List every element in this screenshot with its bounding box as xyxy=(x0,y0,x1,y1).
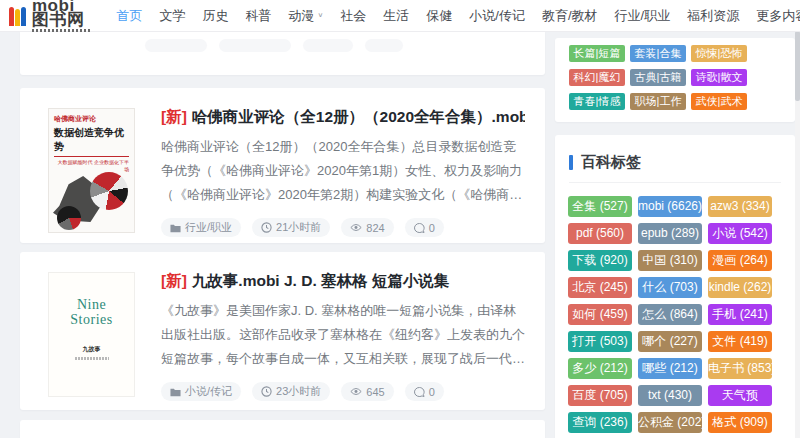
category-chip[interactable]: 行业/职业 xyxy=(161,218,241,237)
nav-item-2[interactable]: 历史 xyxy=(194,7,237,25)
post-thumbnail-2[interactable]: Nine Stories 九故事 xyxy=(48,272,135,397)
tag-pill[interactable]: 青春|情感 xyxy=(569,93,625,110)
folder-icon xyxy=(170,223,181,233)
previous-post-card-partial xyxy=(20,31,545,75)
nav-item-11[interactable]: 福利资源 xyxy=(679,7,748,25)
logo-icon xyxy=(9,6,27,26)
tag-pill[interactable]: 格式 (909) xyxy=(708,412,772,433)
cover-artwork xyxy=(49,160,134,232)
post-title-1[interactable]: [新]哈佛商业评论（全12册）（2020全年合集）.mobi xyxy=(161,108,525,126)
post-body: [新]九故事.mobi J. D. 塞林格 短篇小说集 《九故事》是美国作家J.… xyxy=(161,272,525,410)
tag-pill[interactable]: 哪些 (212) xyxy=(638,358,702,379)
post-meta-row: 小说/传记 23小时前 645 0 xyxy=(161,382,525,401)
tag-pill[interactable]: 哪个 (227) xyxy=(638,331,702,352)
tag-pill[interactable]: 公积金 (202) xyxy=(638,412,702,433)
section-accent-bar xyxy=(569,155,573,170)
tag-pill[interactable]: epub (289) xyxy=(638,223,702,244)
tag-pill[interactable]: 下载 (920) xyxy=(568,250,632,271)
tag-pill[interactable]: mobi (6626) xyxy=(638,196,702,217)
comment-icon xyxy=(414,223,425,233)
logo-barcode xyxy=(32,29,90,32)
tag-pill[interactable]: 武侠|武术 xyxy=(691,93,747,110)
nav-item-8[interactable]: 小说/传记 xyxy=(461,7,534,25)
cover-cn-title: 九故事 xyxy=(83,345,101,354)
clock-icon xyxy=(261,222,272,233)
post-thumbnail-1[interactable]: 哈佛商业评论 数据创造竞争优势 大数据赋能时代 企业数据化下半场 xyxy=(48,108,135,233)
post-meta-row: 行业/职业 21小时前 824 0 xyxy=(161,218,525,237)
tag-pill[interactable]: 小说 (542) xyxy=(708,223,772,244)
nav-item-9[interactable]: 教育/教材 xyxy=(533,7,606,25)
time-chip: 23小时前 xyxy=(252,382,330,401)
scrollbar-thumb[interactable] xyxy=(795,31,800,101)
tag-pill[interactable]: 电子书 (853) xyxy=(708,358,772,379)
post-excerpt-1: 哈佛商业评论（全12册）（2020全年合集）总目录数据创造竞争优势（《哈佛商业评… xyxy=(161,135,525,207)
tag-pill[interactable]: 什么 (703) xyxy=(638,277,702,298)
tag-pill[interactable]: 天气预 xyxy=(708,385,772,406)
tag-pill[interactable]: 多少 (212) xyxy=(568,358,632,379)
cover-headline: 数据创造竞争优势 xyxy=(54,126,129,157)
new-badge: [新] xyxy=(161,108,187,125)
post-card-2: Nine Stories 九故事 [新]九故事.mobi J. D. 塞林格 短… xyxy=(20,252,545,410)
faded-meta-chip xyxy=(219,39,291,52)
tag-pill[interactable]: 怎么 (864) xyxy=(638,304,702,325)
faded-meta-chip xyxy=(303,39,353,52)
tag-pill[interactable]: pdf (560) xyxy=(568,223,632,244)
section-divider xyxy=(569,182,781,183)
logo-text: mobi图书网 xyxy=(32,0,90,27)
comments-chip: 0 xyxy=(405,382,444,401)
tag-pill[interactable]: 手机 (241) xyxy=(708,304,772,325)
tag-pill[interactable]: 职场|工作 xyxy=(630,93,686,110)
clock-icon xyxy=(261,386,272,397)
tag-pill[interactable]: 长篇|短篇 xyxy=(569,45,625,62)
scrollbar-track xyxy=(795,0,800,438)
new-badge: [新] xyxy=(161,272,187,289)
faded-meta-chip xyxy=(145,39,207,52)
eye-icon xyxy=(350,223,362,232)
cover-title-line1: Nine xyxy=(77,297,106,312)
post-title-2[interactable]: [新]九故事.mobi J. D. 塞林格 短篇小说集 xyxy=(161,272,525,290)
tag-pill[interactable]: 诗歌|散文 xyxy=(691,69,747,86)
cover-author-line xyxy=(75,357,109,360)
tag-pill[interactable]: 科幻|魔幻 xyxy=(569,69,625,86)
nav-item-0[interactable]: 首页 xyxy=(108,7,151,25)
tag-pill[interactable]: 中国 (310) xyxy=(638,250,702,271)
chevron-down-icon: ∨ xyxy=(318,12,324,19)
tag-pill[interactable]: azw3 (334) xyxy=(708,196,772,217)
genre-tags-card: 长篇|短篇套装|合集惊悚|恐怖科幻|魔幻古典|古籍诗歌|散文青春|情感职场|工作… xyxy=(555,38,795,122)
nav-item-4[interactable]: 动漫∨ xyxy=(280,7,332,25)
tag-pill[interactable]: 打开 (503) xyxy=(568,331,632,352)
eye-icon xyxy=(350,387,362,396)
site-logo[interactable]: mobi图书网 xyxy=(9,0,90,32)
post-title-text: 九故事.mobi J. D. 塞林格 短篇小说集 xyxy=(192,272,449,289)
tag-pill[interactable]: 套装|合集 xyxy=(630,45,686,62)
tag-pill[interactable]: 北京 (245) xyxy=(568,277,632,298)
wiki-tags-card: 百科标签 全集 (527)mobi (6626)azw3 (334)pdf (5… xyxy=(555,135,795,438)
tag-pill[interactable]: 如何 (459) xyxy=(568,304,632,325)
category-chip[interactable]: 小说/传记 xyxy=(161,382,241,401)
tag-pill[interactable]: 百度 (705) xyxy=(568,385,632,406)
tag-pill[interactable]: txt (430) xyxy=(638,385,702,406)
nav-item-10[interactable]: 行业/职业 xyxy=(606,7,679,25)
nav-item-7[interactable]: 保健 xyxy=(418,7,461,25)
cover-brand: 哈佛商业评论 xyxy=(54,114,129,124)
nav-item-12[interactable]: 更多内容∨ xyxy=(748,7,800,25)
tag-pill[interactable]: 查询 (236) xyxy=(568,412,632,433)
folder-icon xyxy=(170,387,181,397)
section-title: 百科标签 xyxy=(581,153,641,172)
faded-meta-row xyxy=(145,39,545,52)
tag-pill[interactable]: 全集 (527) xyxy=(568,196,632,217)
nav-item-5[interactable]: 社会 xyxy=(332,7,375,25)
tag-pill[interactable]: 古典|古籍 xyxy=(630,69,686,86)
comment-icon xyxy=(414,387,425,397)
tag-pill[interactable]: 漫画 (264) xyxy=(708,250,772,271)
nav-item-1[interactable]: 文学 xyxy=(151,7,194,25)
time-chip: 21小时前 xyxy=(252,218,330,237)
wiki-tag-grid: 全集 (527)mobi (6626)azw3 (334)pdf (560)ep… xyxy=(568,196,795,433)
tag-pill[interactable]: 惊悚|恐怖 xyxy=(691,45,747,62)
top-navbar: mobi图书网 首页文学历史科普动漫∨社会生活保健小说/传记教育/教材行业/职业… xyxy=(0,0,800,32)
nav-item-6[interactable]: 生活 xyxy=(375,7,418,25)
post-excerpt-2: 《九故事》是美国作家J. D. 塞林格的唯一短篇小说集，由译林出版社出版。这部作… xyxy=(161,299,525,371)
tag-pill[interactable]: kindle (262) xyxy=(708,277,772,298)
tag-pill[interactable]: 文件 (419) xyxy=(708,331,772,352)
nav-item-3[interactable]: 科普 xyxy=(237,7,280,25)
